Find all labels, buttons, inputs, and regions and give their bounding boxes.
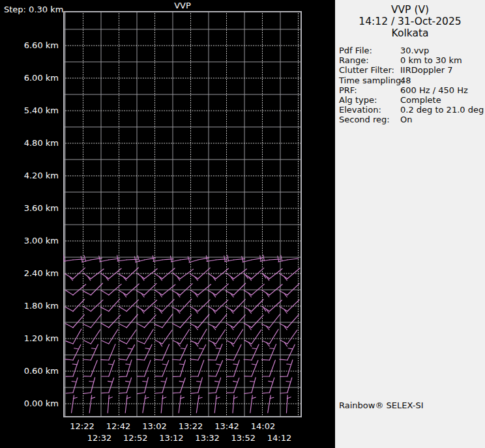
wind-barb [101,268,121,281]
wind-barb [119,329,136,344]
param-value: 0.2 deg to 21.0 deg [400,105,484,115]
wind-barb [262,378,274,393]
wind-barb [244,344,259,360]
param-row: PRF:600 Hz / 450 Hz [339,85,485,95]
wind-barb [66,378,78,393]
wind-barb [161,395,166,413]
wind-barb [226,300,245,314]
y-axis-label: 1.80 km [0,301,59,311]
wind-barb [137,329,153,344]
x-axis-time-label: 12:22 [62,421,102,431]
wind-barb [208,284,228,297]
wind-barb [244,329,261,347]
y-axis-label: 4.20 km [0,171,59,181]
wind-barb [65,300,85,312]
wind-barb [102,360,115,376]
wind-barb [65,344,81,361]
param-label: Elevation: [339,105,400,115]
wind-barb [244,284,264,298]
wind-barb [138,360,151,376]
wind-barb [244,268,264,281]
wind-barb [191,360,204,376]
wind-barb [83,283,104,296]
wind-barb [244,300,263,313]
info-panel: VVP (V) 14:12 / 31-Oct-2025 Kolkata Pdf … [335,0,485,448]
wind-barb [208,268,228,281]
wind-barb [102,378,114,394]
wind-barb [83,268,104,281]
wind-barb [155,360,169,377]
param-label: Pdf File: [339,46,400,55]
wind-barb [190,300,210,314]
param-row: Second reg:On [339,115,485,124]
wind-barb [280,329,297,346]
wind-barb [209,378,220,393]
wind-barb [244,378,256,394]
wind-barb [119,378,131,393]
wind-barb [226,268,246,281]
wind-barb [143,395,149,413]
wind-barb [119,315,138,328]
wind-barb [279,283,300,297]
wind-barb [155,378,167,393]
y-axis-label: 3.60 km [0,203,59,214]
wind-barb [83,378,96,394]
wind-barb [83,329,100,344]
y-axis-label: 6.60 km [0,40,59,51]
wind-barb [119,284,139,297]
wind-barb [83,344,98,360]
x-axis-time-label: 13:42 [207,421,247,431]
param-row: Alg type:Complete [339,95,485,105]
wind-barb [101,314,121,328]
wind-barb [83,360,97,377]
wind-barb [262,360,275,376]
wind-barb [89,395,95,413]
wind-barb [209,329,225,346]
wind-barb [172,315,191,328]
wind-barb [208,300,228,314]
wind-barb [280,378,292,393]
x-axis-time-label: 13:32 [187,433,228,443]
wind-barb [261,268,282,281]
wind-barb [173,378,185,394]
wind-barb [137,344,152,360]
wind-barb [172,284,192,298]
y-axis-label: 0.00 km [0,399,59,409]
wind-barb [196,395,202,413]
wind-barb [172,344,187,360]
wind-barb [65,329,82,344]
wind-barb [209,359,222,376]
x-axis-time-label: 12:32 [80,433,120,443]
wind-barb [250,395,256,413]
wind-barb [261,344,277,361]
x-axis-time-label: 13:22 [171,421,211,431]
wind-barb [280,300,299,314]
wind-barb [100,344,116,361]
wind-barb [190,378,202,393]
param-row: Clutter Filter:IIRDoppler 7 [339,65,485,75]
plot-title: VVP [63,1,302,10]
wind-barb [125,395,130,413]
param-row: Range:0 km to 30 km [339,55,485,65]
brand-footer: Rainbow® SELEX-SI [339,400,424,410]
wind-barb [207,344,223,360]
wind-barb [118,268,139,281]
wind-barb [136,299,156,314]
wind-barb [190,329,207,347]
plot-frame [64,12,301,417]
wind-barb [226,283,246,298]
panel-header: VVP (V) 14:12 / 31-Oct-2025 Kolkata [335,0,485,39]
wind-barb [280,268,300,281]
wind-barb [136,378,149,394]
param-value: 0 km to 30 km [400,55,462,65]
wind-barb [119,360,132,377]
wind-barb [268,395,274,413]
wind-barb [227,377,239,393]
wind-barb [280,344,295,360]
y-axis-label: 5.40 km [0,105,59,116]
wind-barb [214,395,220,413]
param-value: On [400,115,412,124]
wind-barb [83,300,103,312]
y-axis-label: 1.20 km [0,333,59,344]
wind-barb [83,314,102,328]
